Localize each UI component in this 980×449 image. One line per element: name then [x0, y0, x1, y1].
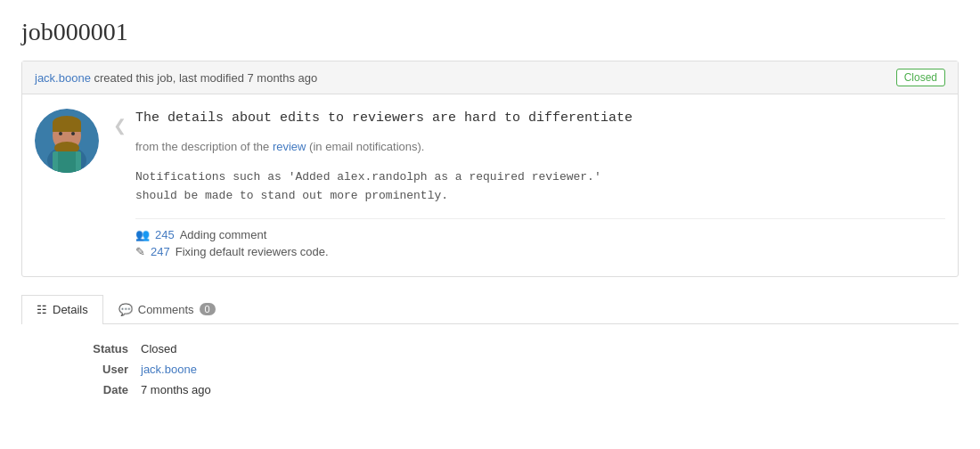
- list-item: 👥 245 Adding comment: [135, 228, 945, 241]
- status-label: Status: [57, 342, 128, 355]
- detail-prefix: from the description of the: [135, 140, 273, 153]
- link-247-text: Fixing default reviewers code.: [176, 245, 329, 258]
- review-link[interactable]: review: [273, 140, 306, 153]
- job-card-header-text: jack.boone created this job, last modifi…: [35, 71, 317, 85]
- date-label: Date: [57, 383, 128, 396]
- job-card: jack.boone created this job, last modifi…: [21, 61, 959, 277]
- notification-line1: Notifications such as 'Added alex.randol…: [135, 168, 945, 187]
- detail-suffix: (in email notifications).: [306, 140, 425, 153]
- status-value: Closed: [141, 342, 176, 355]
- tabs-bar: ☷ Details 💬 Comments 0: [21, 295, 959, 324]
- tab-comments[interactable]: 💬 Comments 0: [103, 295, 231, 323]
- job-notification-text: Notifications such as 'Added alex.randol…: [135, 168, 945, 206]
- svg-point-8: [71, 132, 75, 135]
- job-links: 👥 245 Adding comment ✎ 247 Fixing defaul…: [135, 218, 945, 258]
- comments-badge: 0: [200, 303, 216, 315]
- svg-rect-5: [53, 123, 81, 132]
- avatar: [35, 109, 99, 173]
- job-detail-text: from the description of the review (in e…: [135, 138, 945, 157]
- svg-point-7: [59, 132, 62, 135]
- created-text: created this job, last modified 7 months…: [94, 71, 318, 85]
- tab-details[interactable]: ☷ Details: [21, 295, 103, 324]
- chevron-icon: ❮: [113, 116, 127, 135]
- tab-comments-label: Comments: [138, 303, 194, 316]
- details-table: Status Closed User jack.boone Date 7 mon…: [57, 342, 923, 396]
- comment-icon: 💬: [118, 303, 133, 316]
- list-icon: ☷: [37, 303, 47, 316]
- details-row-user: User jack.boone: [57, 363, 923, 376]
- svg-rect-10: [58, 151, 76, 173]
- details-row-date: Date 7 months ago: [57, 383, 923, 396]
- user-label: User: [57, 363, 128, 376]
- job-card-body: ❮ The details about edits to reviewers a…: [22, 94, 958, 276]
- avatar-image: [35, 109, 99, 173]
- job-card-header: jack.boone created this job, last modifi…: [22, 61, 958, 94]
- link-245-text: Adding comment: [180, 228, 267, 241]
- author-link[interactable]: jack.boone: [35, 71, 91, 85]
- avatar-wrapper: [35, 109, 99, 262]
- job-content: The details about edits to reviewers are…: [135, 109, 945, 262]
- user-value: jack.boone: [141, 363, 197, 376]
- link-247[interactable]: 247: [151, 245, 170, 258]
- user-link[interactable]: jack.boone: [141, 363, 197, 376]
- link-245[interactable]: 245: [155, 228, 175, 241]
- date-value: 7 months ago: [141, 383, 211, 396]
- people-icon: 👥: [135, 228, 150, 241]
- list-item: ✎ 247 Fixing default reviewers code.: [135, 245, 945, 258]
- job-main-text: The details about edits to reviewers are…: [135, 109, 945, 129]
- details-row-status: Status Closed: [57, 342, 923, 355]
- tab-details-label: Details: [53, 303, 88, 316]
- details-section: Status Closed User jack.boone Date 7 mon…: [21, 324, 959, 414]
- notification-line2: should be made to stand out more promine…: [135, 187, 945, 206]
- status-badge: Closed: [896, 69, 945, 86]
- page-title: job000001: [21, 18, 959, 46]
- pencil-icon: ✎: [135, 245, 145, 258]
